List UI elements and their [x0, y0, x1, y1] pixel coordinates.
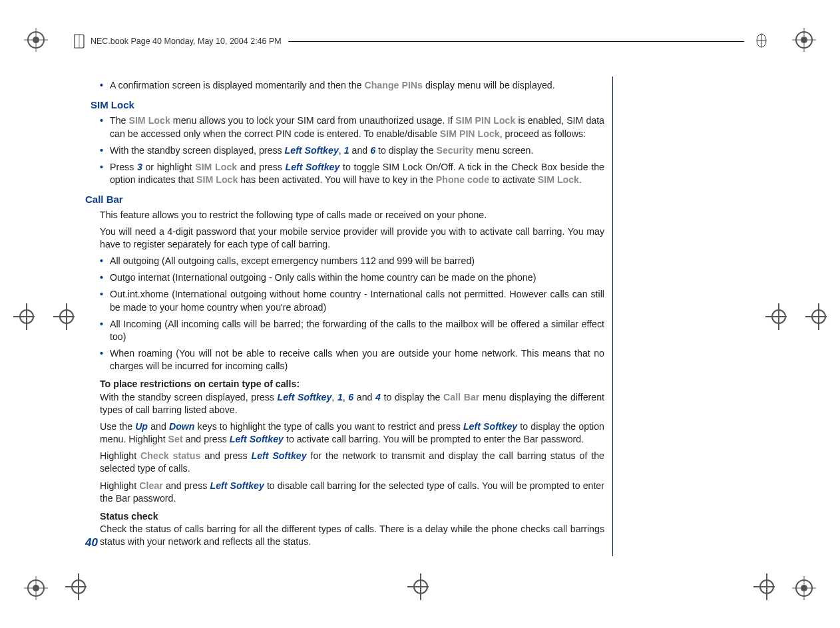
bullet-item: • Press 3 or highlight SIM Lock and pres… [100, 161, 604, 186]
crop-mark-icon [805, 306, 827, 327]
text: to activate call barring. You will be pr… [284, 434, 584, 444]
menu-name: Phone code [436, 174, 489, 185]
page-header: NEC.book Page 40 Monday, May 10, 2004 2:… [73, 33, 767, 49]
bullet-icon: • [100, 318, 103, 343]
menu-name: Check status [140, 450, 200, 461]
key-name: 1 [344, 145, 349, 156]
paragraph: Highlight Clear and press Left Softkey t… [100, 480, 604, 505]
text: All outgoing (All outgoing calls, except… [110, 255, 604, 267]
crop-mark-icon [765, 306, 787, 327]
text: and [353, 392, 375, 402]
bullet-icon: • [100, 79, 103, 92]
bullet-icon: • [100, 114, 103, 140]
key-name: Left Softkey [285, 162, 339, 172]
text: With the standby screen displayed, press [110, 145, 285, 156]
text: and press [183, 434, 230, 444]
text: All Incoming (All incoming calls will be… [110, 318, 604, 343]
menu-name: Clear [139, 480, 163, 491]
paragraph: Use the Up and Down keys to highlight th… [100, 420, 604, 446]
text: has been activated. You will have to key… [238, 174, 435, 185]
crop-rosette-icon [24, 576, 48, 600]
key-name: Left Softkey [278, 392, 332, 402]
menu-name: Change PINs [364, 80, 423, 90]
text: to display the [375, 145, 437, 156]
text: . [579, 174, 582, 185]
key-name: 3 [137, 162, 142, 172]
key-name: Up [135, 421, 148, 432]
bullet-icon: • [100, 288, 103, 313]
text: With the standby screen displayed, press [100, 392, 278, 402]
key-name: Down [169, 421, 195, 432]
text: to activate [489, 174, 538, 185]
bullet-item: •Outgo internat (International outgoing … [100, 271, 604, 284]
key-name: 1 [337, 392, 343, 402]
paragraph: Check the status of calls barring for al… [100, 523, 604, 548]
bullet-item: •When roaming (You will not be able to r… [100, 347, 604, 373]
key-name: Left Softkey [251, 450, 306, 461]
text: When roaming (You will not be able to re… [110, 347, 604, 373]
crop-mark-icon [407, 576, 429, 597]
text: Outgo internat (International outgoing -… [110, 271, 604, 284]
text: A confirmation screen is displayed momen… [110, 80, 364, 90]
key-name: 6 [370, 145, 375, 156]
text: to display the [381, 392, 443, 402]
bullet-item: • A confirmation screen is displayed mom… [100, 79, 604, 92]
bullet-item: •All outgoing (All outgoing calls, excep… [100, 255, 604, 267]
key-name: Left Softkey [230, 434, 284, 444]
menu-name: Set [168, 434, 183, 444]
crop-mark-icon [753, 576, 775, 597]
text: and press [200, 450, 251, 461]
heading-call-bar: Call Bar [85, 193, 604, 206]
book-icon [73, 33, 85, 49]
key-name: Left Softkey [285, 145, 339, 156]
text: , proceed as follows: [500, 128, 586, 139]
text: Press [110, 162, 137, 172]
paragraph: With the standby screen displayed, press… [100, 391, 604, 416]
text: , [339, 145, 344, 156]
crop-mark-icon [65, 576, 87, 597]
key-name: Left Softkey [210, 480, 264, 491]
paragraph: Highlight Check status and press Left So… [100, 450, 604, 475]
menu-name: SIM Lock [196, 174, 238, 185]
subheading: To place restrictions on certain type of… [100, 378, 604, 391]
menu-name: SIM Lock [538, 174, 579, 185]
spine-icon [755, 33, 767, 49]
crop-rosette-icon [24, 28, 48, 52]
text: keys to highlight the type of calls you … [195, 421, 463, 432]
bullet-item: • The SIM Lock menu allows you to lock y… [100, 114, 604, 140]
text: and [148, 421, 169, 432]
menu-name: SIM Lock [195, 162, 237, 172]
bullet-icon: • [100, 144, 103, 157]
bullet-item: •Out.int.xhome (International outgoing w… [100, 288, 604, 313]
menu-name: SIM Lock [128, 115, 170, 126]
text: menu allows you to lock your SIM card fr… [170, 115, 456, 126]
text: Use the [100, 421, 135, 432]
text: The [110, 115, 128, 126]
text: or highlight [142, 162, 195, 172]
bullet-icon: • [100, 271, 103, 284]
key-name: Left Softkey [463, 421, 517, 432]
text: display menu will be displayed. [423, 80, 555, 90]
menu-name: SIM PIN Lock [455, 115, 515, 126]
text: menu screen. [474, 145, 534, 156]
page-number: 40 [85, 536, 98, 550]
bullet-icon: • [100, 255, 103, 267]
menu-name: Security [437, 145, 474, 156]
text: Highlight [100, 480, 139, 491]
menu-name: SIM PIN Lock [440, 128, 500, 139]
key-name: 4 [375, 392, 381, 402]
header-text: NEC.book Page 40 Monday, May 10, 2004 2:… [91, 37, 282, 46]
crop-rosette-icon [792, 576, 816, 600]
text: and press [163, 480, 210, 491]
bullet-item: • With the standby screen displayed, pre… [100, 144, 604, 157]
menu-name: Call Bar [443, 392, 479, 402]
page-content: • A confirmation screen is displayed mom… [85, 77, 613, 556]
text: , [331, 392, 337, 402]
bullet-icon: • [100, 347, 103, 373]
crop-mark-icon [13, 306, 35, 327]
heading-sim-lock: SIM Lock [91, 98, 604, 112]
crop-mark-icon [53, 306, 75, 327]
header-rule [288, 41, 744, 42]
paragraph: This feature allows you to restrict the … [100, 209, 604, 222]
text: Out.int.xhome (International outgoing wi… [110, 288, 604, 313]
